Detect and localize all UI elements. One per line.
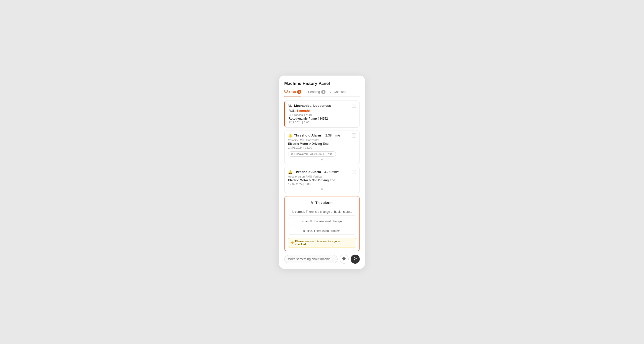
tab-pending[interactable]: ℹ Pending 3 <box>305 90 326 96</box>
svg-rect-0 <box>285 90 288 92</box>
card-mechanical-looseness: Mechanical Looseness RUL: 1 month! ⏱ Pro… <box>284 100 360 128</box>
card-threshold-2-date: 12.02.2024 | 8:00 <box>288 183 356 186</box>
chat-options-card: ↳ This alarm, is correct. There is a cha… <box>284 196 360 251</box>
send-icon <box>353 257 357 261</box>
card-separator-1: | <box>323 133 324 137</box>
card-threshold-1-checkbox[interactable] <box>352 133 356 137</box>
process-label: Process 1 #001 <box>292 113 312 116</box>
chevron-down-1[interactable]: ∨ <box>288 158 356 161</box>
card-threshold-1-title: Threshold Alarm <box>294 133 321 137</box>
chat-option-3[interactable]: is false. There is no problem. <box>288 227 356 235</box>
card-threshold-1-value: 2.38 mm/s <box>325 133 341 137</box>
card-threshold-2-title: Threshold Alarm <box>294 170 321 174</box>
card-threshold-2-value: 4.76 mm/s <box>324 170 340 174</box>
machine-label: Rotodynamic Pump #34252 <box>289 117 356 120</box>
recovered-pill: ↺ Recovered - 31.01.2024 | 14:00 <box>288 151 336 157</box>
chat-warning-text: Please answer this alarm to sign as chec… <box>295 240 353 246</box>
rul-row: RUL: 1 month! <box>289 109 356 113</box>
process-row: ⏱ Process 1 #001 <box>289 113 356 116</box>
chat-card-icon: ↳ <box>311 200 314 205</box>
bell-icon-1: 🔔 <box>288 133 292 137</box>
chat-tab-icon <box>284 90 288 94</box>
chat-option-1[interactable]: is correct. There is a change of health … <box>288 208 356 216</box>
warning-dot-icon <box>291 242 294 244</box>
chevron-up-2[interactable]: ∧ <box>288 187 356 190</box>
svg-rect-1 <box>289 104 292 107</box>
card-date-0: 12.2.2024 | 8:00 <box>289 121 356 124</box>
rul-label: RUL: <box>289 109 296 113</box>
card-threshold-1-date: 24.01.2024 | 12:00 <box>288 146 356 149</box>
checked-tab-label: Checked <box>334 90 346 94</box>
chat-message-input[interactable] <box>284 255 338 263</box>
process-icon: ⏱ <box>289 113 291 116</box>
card-threshold-2-detail: Electric Motor > Non Driving End <box>288 179 356 182</box>
pending-tab-label: Pending <box>308 90 320 94</box>
recovered-text: Recovered - 31.01.2024 | 14:00 <box>294 152 333 155</box>
chat-card-label: This alarm, <box>315 201 333 204</box>
tab-bar: Chat 4 ℹ Pending 3 ✓ Checked <box>284 90 360 97</box>
send-button[interactable] <box>351 255 360 264</box>
attach-button[interactable] <box>340 255 349 264</box>
chat-card-title: ↳ This alarm, <box>288 200 356 205</box>
machine-history-panel: Machine History Panel Chat 4 ℹ Pending 3… <box>279 76 365 269</box>
recovered-icon: ↺ <box>291 152 293 156</box>
cards-area: Mechanical Looseness RUL: 1 month! ⏱ Pro… <box>284 100 360 193</box>
tab-checked[interactable]: ✓ Checked <box>330 90 346 96</box>
mechanical-icon <box>289 104 292 108</box>
card-threshold-1-sub: Velocity RMS Horizontal <box>288 139 356 142</box>
chat-options-list: is correct. There is a change of health … <box>288 208 356 235</box>
pending-tab-badge: 3 <box>321 90 326 94</box>
input-row <box>284 255 360 264</box>
rul-value: 1 month! <box>297 109 310 113</box>
card-threshold-2-checkbox[interactable] <box>352 170 356 174</box>
card-mechanical-title: Mechanical Looseness <box>294 104 331 108</box>
card-threshold-1: 🔔 Threshold Alarm | 2.38 mm/s Velocity R… <box>284 130 360 164</box>
chat-warning: Please answer this alarm to sign as chec… <box>288 238 356 248</box>
pending-tab-icon: ℹ <box>305 90 307 94</box>
tab-chat[interactable]: Chat 4 <box>284 90 301 96</box>
card-threshold-2-sub: Acceleratşon RMS Vertical <box>288 175 356 178</box>
panel-title: Machine History Panel <box>284 81 360 86</box>
attach-icon <box>342 257 346 262</box>
chat-tab-label: Chat <box>289 90 296 94</box>
card-threshold-1-detail: Electric Motor > Driving End <box>288 142 356 146</box>
card-mechanical-checkbox[interactable] <box>352 104 356 108</box>
bell-icon-2: 🔔 <box>288 170 292 174</box>
chat-tab-badge: 4 <box>297 90 301 94</box>
card-threshold-2: 🔔 Threshold Alarm 4.76 mm/s Acceleratşon… <box>284 167 360 193</box>
chat-option-2[interactable]: is result of operational change. <box>288 218 356 225</box>
checked-tab-icon: ✓ <box>330 90 332 94</box>
